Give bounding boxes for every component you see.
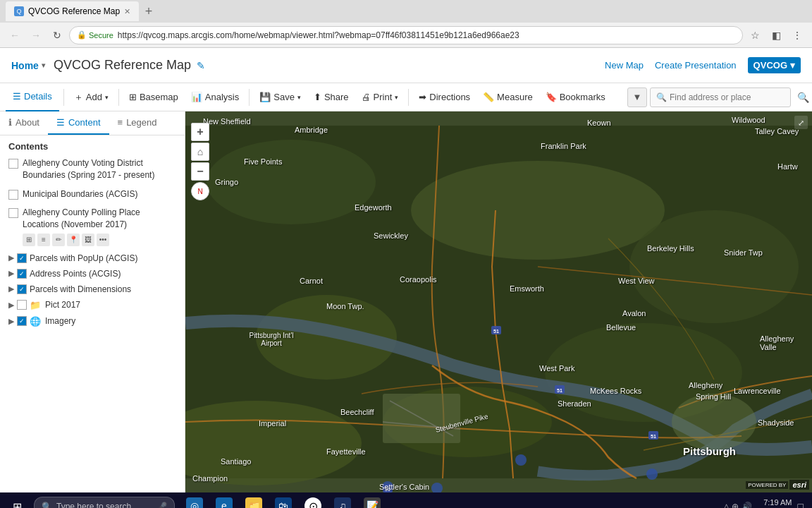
layer3-icon4[interactable]: 📍 (67, 234, 80, 246)
layer7-expand[interactable]: ▶ (8, 301, 14, 310)
esri-brand-label: esri (789, 480, 809, 490)
list-item: ▶ ✓ 🌐 Imagery (8, 316, 176, 327)
map-label-allegheny: Allegheny (689, 381, 722, 389)
new-tab-button[interactable]: + (139, 1, 159, 21)
add-caret-icon: ▾ (105, 94, 109, 101)
refresh-button[interactable]: ↻ (48, 26, 66, 44)
compass-button[interactable]: N (191, 182, 209, 200)
map-label-mckees-rocks: McKees Rocks (590, 387, 641, 395)
taskbar-search[interactable]: 🔍 Type here to search 🎤 (34, 497, 175, 508)
layer4-expand[interactable]: ▶ (8, 253, 14, 262)
search-box[interactable]: 🔍 (650, 87, 791, 107)
print-button[interactable]: 🖨 Print ▾ (356, 86, 405, 109)
tab-close-button[interactable]: ✕ (124, 7, 130, 16)
lock-icon: 🔒 (77, 30, 87, 40)
taskbar-app-music[interactable]: ♫ (328, 492, 357, 508)
sidebar-tab-about[interactable]: ℹ About (0, 111, 48, 135)
layer3-icon2[interactable]: ≡ (37, 234, 50, 246)
tab-details[interactable]: ☰ Details (6, 83, 59, 111)
svg-rect-23 (383, 484, 393, 492)
zoom-in-button[interactable]: + (191, 123, 209, 141)
taskbar-app-cortana[interactable]: ◎ (180, 492, 209, 508)
save-button[interactable]: 💾 Save ▾ (254, 86, 307, 109)
filter-button[interactable]: ▼ (627, 87, 647, 107)
home-link[interactable]: Home ▾ (11, 60, 45, 71)
create-presentation-button[interactable]: Create Presentation (655, 60, 737, 71)
layer1-checkbox[interactable] (8, 159, 18, 169)
zoom-out-button[interactable]: − (191, 162, 209, 181)
share-button[interactable]: ⬆ Share (308, 86, 355, 109)
basemap-icon: ⊞ (129, 92, 137, 102)
org-badge[interactable]: QVCOG ▾ (748, 57, 801, 73)
taskbar-app-store[interactable]: 🛍 (269, 492, 297, 508)
taskbar-right: △ ⊕ 🔊 7:19 AM 6/29/2018 □ (723, 498, 809, 508)
layer3-icons: ⊞ ≡ ✏ 📍 🖼 ••• (23, 234, 176, 246)
notification-icon[interactable]: □ (798, 501, 804, 508)
main-area: ℹ About ☰ Content ≡ Legend Contents Alle… (0, 111, 812, 492)
layer3-icon5[interactable]: 🖼 (82, 234, 94, 246)
menu-button[interactable]: ⋮ (788, 26, 806, 44)
save-icon: 💾 (259, 92, 271, 102)
powered-by-label: POWERED BY (746, 481, 788, 489)
extensions-button[interactable]: ◧ (767, 26, 785, 44)
start-button[interactable]: ⊞ (3, 492, 31, 508)
layer8-checkbox[interactable]: ✓ (17, 316, 27, 326)
map-area[interactable]: 51 51 51 30 New Sheffield Ambridge Keown… (185, 111, 812, 492)
map-label-snider-twp: Snider Twp (724, 248, 763, 257)
directions-label: Directions (429, 92, 470, 102)
layer8-expand[interactable]: ▶ (8, 317, 14, 326)
layer7-checkbox[interactable] (17, 300, 27, 310)
active-tab[interactable]: Q QVCOG Reference Map ✕ (6, 1, 139, 21)
svg-point-5 (545, 323, 742, 422)
layer1-label: Allegheny County Voting District Boundar… (23, 157, 176, 181)
svg-point-2 (411, 161, 665, 260)
address-bar[interactable]: 🔒 Secure https://qvcog.maps.arcgis.com/h… (69, 26, 743, 44)
bookmarks-button[interactable]: 🔖 Bookmarks (540, 86, 611, 109)
basemap-button[interactable]: ⊞ Basemap (123, 86, 184, 109)
map-label-hartw: Hartw (777, 162, 798, 171)
explorer-icon: 📁 (245, 497, 262, 508)
layer3-icon3[interactable]: ✏ (52, 234, 65, 246)
tab-bar: Q QVCOG Reference Map ✕ + (0, 0, 812, 23)
layer6-checkbox[interactable]: ✓ (17, 284, 27, 294)
svg-rect-8 (383, 394, 460, 443)
layer3-icon1[interactable]: ⊞ (23, 234, 35, 246)
bookmark-button[interactable]: ☆ (746, 26, 764, 44)
taskbar-app-chrome[interactable]: ⊙ (299, 492, 327, 508)
map-label-ambridge: Ambridge (295, 126, 328, 134)
svg-point-11 (672, 394, 756, 450)
measure-label: Measure (497, 92, 533, 102)
sidebar-tab-content[interactable]: ☰ Content (48, 111, 109, 135)
layer3-checkbox[interactable] (8, 208, 18, 218)
layer6-expand[interactable]: ▶ (8, 284, 14, 294)
map-label-airport: Pittsburgh Int'l Airport (243, 332, 300, 347)
new-map-button[interactable]: New Map (605, 60, 644, 71)
directions-button[interactable]: ➡ Directions (413, 86, 476, 109)
svg-text:30: 30 (385, 487, 390, 492)
home-extent-button[interactable]: ⌂ (191, 143, 209, 161)
taskbar-app-explorer[interactable]: 📁 (240, 492, 268, 508)
taskbar-apps: ◎ e 📁 🛍 ⊙ ♫ (180, 492, 386, 508)
forward-button[interactable]: → (27, 26, 45, 44)
sidebar-content: Contents Allegheny County Voting Distric… (0, 135, 185, 492)
edit-title-icon[interactable]: ✎ (197, 60, 205, 71)
app-header: Home ▾ QVCOG Reference Map ✎ New Map Cre… (0, 48, 812, 83)
layer4-checkbox[interactable]: ✓ (17, 253, 27, 263)
layer2-checkbox[interactable] (8, 190, 18, 200)
search-submit-button[interactable]: 🔍 (794, 88, 812, 107)
back-button[interactable]: ← (6, 26, 24, 44)
layer5-expand[interactable]: ▶ (8, 269, 14, 278)
measure-button[interactable]: 📏 Measure (477, 86, 539, 109)
layer3-more-button[interactable]: ••• (97, 234, 109, 246)
svg-point-12 (515, 454, 527, 466)
toolbar-separator-4 (408, 89, 409, 106)
map-label-imperial: Imperial (259, 419, 286, 428)
search-input[interactable] (670, 92, 785, 102)
sidebar-tab-legend[interactable]: ≡ Legend (109, 111, 166, 135)
analysis-button[interactable]: 📊 Analysis (185, 86, 245, 109)
add-button[interactable]: ＋ Add ▾ (68, 86, 114, 109)
taskbar-app-notepad[interactable]: 📝 (358, 492, 386, 508)
map-label-shadyside: Shadyside (758, 418, 794, 427)
layer5-checkbox[interactable]: ✓ (17, 269, 27, 279)
taskbar-app-edge[interactable]: e (210, 492, 238, 508)
